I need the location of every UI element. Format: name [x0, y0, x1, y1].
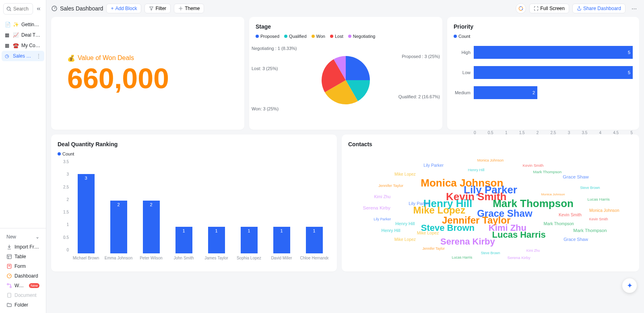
axis-tick: 2: [537, 131, 539, 135]
collapse-sidebar-button[interactable]: [35, 5, 43, 13]
word-small: Lily Parker: [374, 217, 391, 221]
wordcloud: Monica JohnsonLily ParkerKevin SmithHenr…: [348, 151, 633, 264]
word-small: Kevin Smith: [523, 163, 544, 167]
svg-point-0: [7, 7, 10, 10]
word-small: Lucas Harris: [588, 197, 610, 201]
fullscreen-button[interactable]: Full Screen: [529, 4, 569, 13]
vbar: 1: [208, 227, 225, 253]
more-button[interactable]: ⋯: [629, 3, 639, 14]
legend-item: Proposed: [256, 34, 279, 39]
dashboard-icon: [6, 273, 12, 279]
nav-my-contacts[interactable]: ▦ ☎️ My Contacts: [2, 40, 44, 51]
tool-form[interactable]: Form: [3, 261, 43, 271]
vbar-col: 1Chloe Hernandez: [300, 227, 328, 260]
axis-tick: 3: [58, 172, 69, 176]
nav-getting-started[interactable]: 📄 ✨ Getting Started: [2, 19, 44, 30]
svg-rect-11: [8, 293, 11, 298]
contacts-card[interactable]: Contacts Monica JohnsonLily ParkerKevin …: [342, 135, 639, 272]
word-small: Mark Thompson: [533, 170, 561, 174]
deal-legend: Count: [58, 151, 330, 156]
word-small: Serena Kirby: [508, 255, 530, 260]
priority-axis: 00.511.522.533.544.55: [454, 131, 633, 135]
tool-folder[interactable]: Folder: [3, 300, 43, 310]
legend-text: Lost: [335, 34, 343, 39]
import-icon: [6, 244, 12, 250]
word-small: Monica Johnson: [541, 193, 565, 196]
svg-point-9: [7, 284, 9, 285]
add-block-button[interactable]: + Add Block: [106, 4, 141, 13]
stage-card[interactable]: Stage ProposedQualifiedWonLostNegotiatin…: [249, 17, 442, 130]
deal-card[interactable]: Deal Quantity Ranking Count 3.532.521.51…: [51, 135, 337, 272]
main: Sales Dashboard + Add Block Filter Theme: [46, 0, 644, 313]
tool-document[interactable]: Document: [3, 290, 43, 300]
hbar-row: Medium2: [454, 86, 633, 99]
ai-button[interactable]: [516, 3, 526, 14]
tool-label: Document: [14, 292, 37, 298]
header: Sales Dashboard + Add Block Filter Theme: [46, 0, 644, 17]
theme-icon: [178, 6, 183, 11]
more-icon[interactable]: ⋮: [36, 53, 41, 59]
word-small: Grace Shaw: [563, 174, 588, 179]
tool-label: Import From E...: [14, 244, 39, 250]
vbars: 3Michael Brown2Emma Johnson2Peter Wilson…: [70, 160, 330, 260]
btn-label: Full Screen: [540, 6, 565, 11]
kpi-card[interactable]: 💰 Value of Won Deals 660,000: [51, 17, 244, 130]
word-small: Kimi Zhu: [374, 195, 390, 199]
kpi-label-text: Value of Won Deals: [78, 54, 134, 62]
axis-tick: 3: [568, 131, 570, 135]
fab-ai-button[interactable]: ✦: [622, 278, 637, 293]
word-small: Henry Hill: [468, 167, 485, 172]
vbar-col: 2Peter Wilson: [137, 201, 165, 260]
svg-line-1: [10, 10, 11, 11]
axis-tick: 5: [630, 131, 633, 135]
stage-legend: ProposedQualifiedWonLostNegotiating: [256, 34, 436, 39]
axis-tick: 0.5: [58, 235, 69, 240]
axis-tick: 2: [58, 197, 69, 202]
axis-tick: 2.5: [551, 131, 556, 135]
hbar-label: Medium: [454, 90, 474, 95]
y-axis: 3.532.521.510.50: [58, 160, 69, 252]
vbar-label: Emma Johnson: [105, 256, 133, 260]
btn-label: Share Dashboard: [583, 6, 621, 11]
nav-sales-dashboard[interactable]: ◷ Sales Dashbo... ⋮: [2, 51, 44, 61]
money-bag-icon: 💰: [67, 54, 75, 62]
share-button[interactable]: Share Dashboard: [572, 4, 625, 13]
search-input[interactable]: [13, 6, 30, 12]
tool-table[interactable]: Table: [3, 252, 43, 261]
legend-text: Won: [316, 34, 325, 39]
table-icon: ▦: [5, 43, 10, 48]
pie-label: Qualified: 2 (16.67%): [398, 94, 440, 99]
svg-point-14: [180, 8, 182, 9]
folder-icon: [6, 302, 12, 308]
search-box[interactable]: [3, 3, 33, 15]
word-small: Henry Hill: [395, 221, 415, 226]
word-small: Monica Johnson: [589, 208, 619, 212]
axis-tick: 1.5: [519, 131, 525, 135]
vbar: 1: [175, 227, 192, 253]
new-toggle[interactable]: New ⌄: [3, 232, 43, 242]
tool-import[interactable]: Import From E...: [3, 242, 43, 252]
nav-label: Sales Dashbo...: [13, 53, 34, 59]
theme-button[interactable]: Theme: [174, 4, 204, 13]
dashboard-icon: ◷: [5, 53, 10, 59]
axis-tick: 0.5: [488, 131, 493, 135]
tool-label: Workflow: [14, 283, 25, 288]
vbar-label: Sophia Lopez: [235, 256, 263, 260]
nav-emoji: 📈: [13, 32, 19, 38]
vbar: 1: [306, 227, 323, 253]
hbar-fill: 5: [474, 46, 633, 59]
priority-card[interactable]: Priority Count High5Low5Medium2 00.511.5…: [447, 17, 639, 130]
card-title: Priority: [454, 23, 633, 30]
share-icon: [577, 6, 582, 11]
filter-button[interactable]: Filter: [144, 4, 171, 13]
new-label: New: [6, 234, 16, 240]
word: Serena Kirby: [440, 236, 495, 247]
tool-dashboard[interactable]: Dashboard: [3, 271, 43, 281]
word-small: Mike Lopez: [394, 237, 416, 242]
hbar-row: Low5: [454, 66, 633, 79]
vbar: 2: [110, 201, 127, 253]
filter-icon: [149, 6, 154, 11]
nav-deal-tracker[interactable]: ▦ 📈 Deal Tracker: [2, 30, 44, 40]
tool-workflow[interactable]: Workflow New: [3, 281, 43, 290]
pie-label: Proposed : 3 (25%): [402, 54, 440, 59]
